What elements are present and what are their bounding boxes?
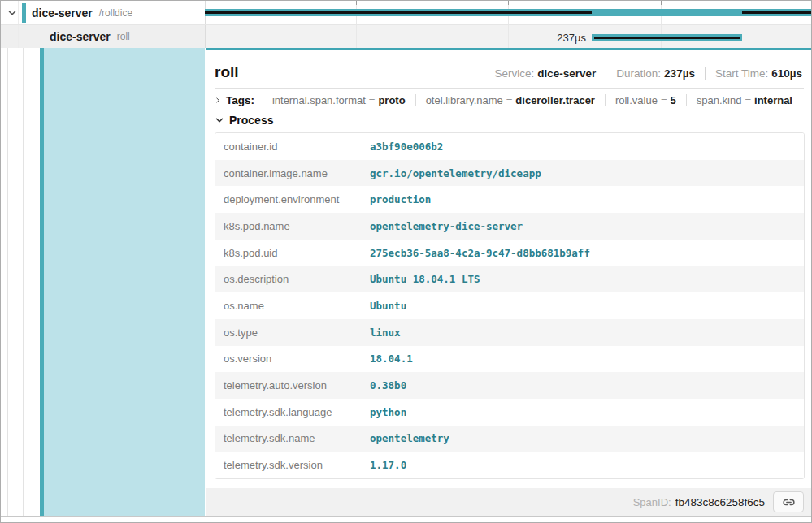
- table-row: telemetry.sdk.languagepython: [215, 399, 804, 426]
- row-key: k8s.pod.uid: [215, 247, 362, 259]
- row-value: 275ecb36-5aa8-4c2a-9c47-d8bb681b9aff: [362, 247, 598, 259]
- table-row: k8s.pod.nameopentelemetry-dice-server: [215, 213, 804, 240]
- meta-start-time: Start Time:610µs: [705, 67, 802, 80]
- tag-item: span.kind=internal: [686, 94, 802, 106]
- row-key: telemetry.sdk.version: [215, 459, 362, 471]
- row-value: 18.04.1: [362, 352, 421, 365]
- row-value: gcr.io/opentelemetry/diceapp: [362, 167, 549, 179]
- table-row: os.descriptionUbuntu 18.04.1 LTS: [215, 266, 804, 292]
- equals-sign: =: [369, 94, 376, 106]
- tag-key: internal.span.format: [272, 94, 366, 106]
- row-value: opentelemetry: [362, 432, 458, 444]
- span-row-child[interactable]: dice-server roll: [1, 24, 205, 48]
- span-operation-name: /rolldice: [99, 7, 132, 19]
- span-meta: Service:dice-server Duration:237µs Start…: [494, 67, 802, 80]
- span-service-name: dice-server: [32, 6, 93, 19]
- tags-summary-row[interactable]: Tags: internal.span.format=proto otel.li…: [206, 89, 812, 103]
- row-key: telemetry.sdk.language: [215, 406, 362, 418]
- tag-value: 5: [671, 94, 676, 106]
- table-row: telemetry.auto.version0.38b0: [215, 372, 804, 399]
- chevron-down-icon: [7, 8, 17, 18]
- equals-sign: =: [506, 94, 513, 106]
- table-row: telemetry.sdk.nameopentelemetry: [215, 426, 804, 452]
- service-value: dice-server: [537, 67, 596, 80]
- row-value: Ubuntu 18.04.1 LTS: [362, 273, 488, 285]
- row-key: os.type: [215, 326, 362, 339]
- collapse-children-button[interactable]: [7, 7, 18, 19]
- table-row: os.nameUbuntu: [215, 292, 804, 319]
- service-color-bar: [22, 3, 26, 23]
- ruler-tick: [661, 1, 662, 5]
- jaeger-trace-view: dice-server /rolldice dice-server roll 2…: [0, 0, 812, 523]
- duration-label: 237µs: [489, 32, 586, 44]
- row-key: container.id: [215, 140, 362, 153]
- table-row: container.ida3bf90e006b2: [215, 133, 804, 160]
- row-value: production: [362, 193, 439, 205]
- row-value: opentelemetry-dice-server: [362, 220, 531, 232]
- link-icon: [782, 495, 796, 509]
- tree-guide-line: [23, 48, 24, 516]
- row-value: Ubuntu: [362, 300, 415, 312]
- tag-item: internal.span.format=proto: [263, 94, 415, 106]
- start-time-label: Start Time:: [715, 67, 768, 80]
- bottom-divider: [1, 516, 812, 517]
- span-detail-header: roll Service:dice-server Duration:237µs …: [206, 50, 812, 81]
- start-time-value: 610µs: [771, 67, 802, 80]
- span-name-title: roll: [215, 63, 239, 81]
- span-row-parent[interactable]: dice-server /rolldice: [1, 1, 205, 24]
- row-value: linux: [362, 326, 409, 339]
- row-key: os.name: [215, 300, 362, 312]
- row-value: python: [362, 406, 415, 418]
- tag-item: roll.value=5: [605, 94, 686, 106]
- tag-key: span.kind: [697, 94, 742, 106]
- equals-sign: =: [745, 94, 751, 106]
- row-key: telemetry.auto.version: [215, 379, 362, 391]
- meta-service: Service:dice-server: [494, 67, 596, 80]
- span-operation-name: roll: [117, 31, 130, 42]
- table-row: deployment.environmentproduction: [215, 186, 804, 213]
- span-rows: dice-server /rolldice dice-server roll 2…: [1, 1, 812, 48]
- span-detail-panel: roll Service:dice-server Duration:237µs …: [206, 48, 812, 516]
- tree-guide-line: [7, 48, 8, 516]
- row-value: 0.38b0: [362, 379, 415, 391]
- row-key: k8s.pod.name: [215, 220, 362, 232]
- duration-label: Duration:: [616, 67, 661, 80]
- duration-value: 237µs: [664, 67, 695, 80]
- meta-duration: Duration:237µs: [606, 67, 695, 80]
- table-row: telemetry.sdk.version1.17.0: [215, 452, 804, 478]
- row-key: telemetry.sdk.name: [215, 432, 362, 444]
- tag-value: diceroller.tracer: [515, 94, 595, 106]
- row-key: deployment.environment: [215, 193, 362, 205]
- process-section-toggle[interactable]: Process: [206, 103, 812, 128]
- process-table: container.ida3bf90e006b2 container.image…: [215, 132, 805, 479]
- tag-value: internal: [754, 94, 792, 106]
- service-label: Service:: [494, 67, 534, 80]
- spanid-label: SpanID:: [633, 496, 671, 508]
- span-bar-self-overlay: [742, 11, 812, 14]
- table-row: os.typelinux: [215, 319, 804, 346]
- detail-footer: SpanID: fb483c8c6258f6c5: [206, 488, 812, 516]
- row-value: 1.17.0: [362, 459, 415, 471]
- chevron-right-icon: [215, 96, 221, 105]
- table-row: k8s.pod.uid275ecb36-5aa8-4c2a-9c47-d8bb6…: [215, 240, 804, 266]
- row-key: os.description: [215, 273, 362, 285]
- deep-link-button[interactable]: [773, 491, 804, 512]
- detail-accent-bar[interactable]: [40, 27, 44, 516]
- row-key: os.version: [215, 352, 362, 365]
- table-row: os.version18.04.1: [215, 346, 804, 373]
- equals-sign: =: [661, 94, 667, 106]
- span-service-name: dice-server: [50, 30, 111, 43]
- row-key: container.image.name: [215, 167, 362, 179]
- ruler-tick: [356, 1, 357, 5]
- tag-value: proto: [378, 94, 405, 106]
- detail-accent-fill[interactable]: [44, 48, 205, 516]
- process-label: Process: [229, 114, 273, 127]
- tag-key: roll.value: [615, 94, 658, 106]
- tag-item: otel.library.name=diceroller.tracer: [415, 94, 605, 106]
- ruler-tick: [508, 1, 509, 5]
- spanid-value: fb483c8c6258f6c5: [675, 496, 765, 508]
- chevron-down-icon: [215, 115, 224, 125]
- table-row: container.image.namegcr.io/opentelemetry…: [215, 160, 804, 187]
- span-bar-self-overlay: [205, 11, 592, 14]
- row-value: a3bf90e006b2: [362, 140, 451, 153]
